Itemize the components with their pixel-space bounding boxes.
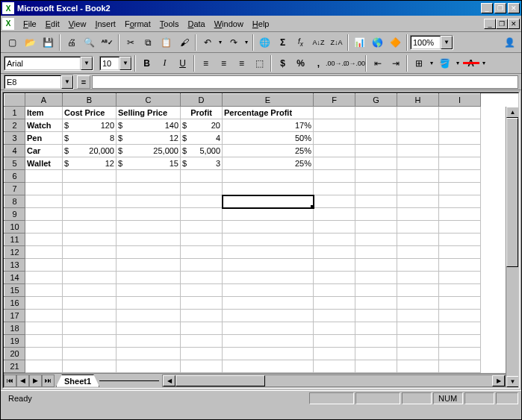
cell-C16[interactable] xyxy=(116,297,181,310)
chevron-down-icon[interactable]: ▼ xyxy=(81,57,93,70)
cell-E18[interactable] xyxy=(223,322,314,335)
cell-E1[interactable]: Percentage Profit xyxy=(223,107,314,119)
cell-F1[interactable] xyxy=(314,107,355,119)
open-button[interactable]: 📂 xyxy=(22,34,39,51)
comma-button[interactable]: , xyxy=(310,55,327,72)
cell-C14[interactable] xyxy=(116,272,181,284)
col-header-I[interactable]: I xyxy=(439,94,481,107)
cell-E16[interactable] xyxy=(223,297,314,310)
cell-F18[interactable] xyxy=(314,322,355,335)
cell-C6[interactable] xyxy=(116,170,181,183)
cell-E5[interactable]: 25% xyxy=(223,157,314,170)
italic-button[interactable]: I xyxy=(156,55,173,72)
cell-C21[interactable] xyxy=(116,360,181,373)
cell-D8[interactable] xyxy=(181,195,223,208)
equals-button[interactable]: = xyxy=(77,75,90,89)
fill-color-dropdown[interactable]: ▾ xyxy=(454,55,462,72)
excel-doc-icon[interactable]: X xyxy=(2,18,14,30)
cell-I14[interactable] xyxy=(439,272,481,284)
cell-B14[interactable] xyxy=(63,272,116,284)
cell-G19[interactable] xyxy=(355,335,397,348)
cell-I13[interactable] xyxy=(439,259,481,272)
cell-B19[interactable] xyxy=(63,335,116,348)
cell-G7[interactable] xyxy=(355,183,397,195)
font-color-dropdown[interactable]: ▾ xyxy=(480,55,488,72)
name-box[interactable]: E8 ▼ xyxy=(4,75,74,90)
col-header-F[interactable]: F xyxy=(314,94,355,107)
doc-restore-button[interactable]: ❐ xyxy=(496,19,508,29)
cell-H10[interactable] xyxy=(397,221,439,233)
help-assistant-button[interactable]: 👤 xyxy=(501,34,518,51)
font-combo[interactable]: Arial ▼ xyxy=(4,56,93,71)
new-button[interactable]: ▢ xyxy=(4,34,21,51)
cell-C5[interactable]: $15 xyxy=(116,157,181,170)
cell-A5[interactable]: Wallet xyxy=(25,157,63,170)
cell-B2[interactable]: $120 xyxy=(63,119,116,132)
cell-G11[interactable] xyxy=(355,233,397,246)
tab-first-button[interactable]: ⏮ xyxy=(4,374,16,387)
row-header-16[interactable]: 16 xyxy=(4,297,25,310)
cell-H8[interactable] xyxy=(397,195,439,208)
cell-C10[interactable] xyxy=(116,221,181,233)
row-header-12[interactable]: 12 xyxy=(4,246,25,259)
cell-F4[interactable] xyxy=(314,145,355,157)
cell-B3[interactable]: $8 xyxy=(63,132,116,145)
cell-I3[interactable] xyxy=(439,132,481,145)
cell-C1[interactable]: Selling Price xyxy=(116,107,181,119)
cell-I8[interactable] xyxy=(439,195,481,208)
menu-window[interactable]: Window xyxy=(210,18,248,30)
cell-G14[interactable] xyxy=(355,272,397,284)
cell-F13[interactable] xyxy=(314,259,355,272)
cell-A11[interactable] xyxy=(25,233,63,246)
horizontal-scrollbar[interactable]: ◀ ▶ xyxy=(162,374,506,387)
menu-tools[interactable]: Tools xyxy=(155,18,184,30)
cell-I2[interactable] xyxy=(439,119,481,132)
cell-E4[interactable]: 25% xyxy=(223,145,314,157)
print-button[interactable]: 🖨 xyxy=(63,34,80,51)
cell-I9[interactable] xyxy=(439,208,481,221)
cell-C3[interactable]: $12 xyxy=(116,132,181,145)
row-header-6[interactable]: 6 xyxy=(4,170,25,183)
cell-F8[interactable] xyxy=(314,195,355,208)
cell-A14[interactable] xyxy=(25,272,63,284)
cell-G15[interactable] xyxy=(355,284,397,297)
redo-button[interactable]: ↷ xyxy=(225,34,242,51)
cell-E3[interactable]: 50% xyxy=(223,132,314,145)
hyperlink-button[interactable]: 🌐 xyxy=(256,34,273,51)
function-button[interactable]: fx xyxy=(292,34,309,51)
cell-I16[interactable] xyxy=(439,297,481,310)
cell-D21[interactable] xyxy=(181,360,223,373)
col-header-E[interactable]: E xyxy=(223,94,314,107)
align-right-button[interactable]: ≡ xyxy=(233,55,250,72)
cell-E17[interactable] xyxy=(223,310,314,322)
col-header-H[interactable]: H xyxy=(397,94,439,107)
col-header-A[interactable]: A xyxy=(25,94,63,107)
row-header-11[interactable]: 11 xyxy=(4,233,25,246)
menu-format[interactable]: Format xyxy=(120,18,155,30)
cell-F11[interactable] xyxy=(314,233,355,246)
row-header-8[interactable]: 8 xyxy=(4,195,25,208)
cell-D13[interactable] xyxy=(181,259,223,272)
scroll-thumb[interactable] xyxy=(506,118,518,267)
cell-F16[interactable] xyxy=(314,297,355,310)
cell-B10[interactable] xyxy=(63,221,116,233)
font-size-combo[interactable]: 10 ▼ xyxy=(99,56,132,71)
zoom-combo[interactable]: 100% ▼ xyxy=(410,35,453,50)
select-all-corner[interactable] xyxy=(4,94,25,107)
cell-C2[interactable]: $140 xyxy=(116,119,181,132)
paste-button[interactable]: 📋 xyxy=(158,34,175,51)
map-button[interactable]: 🌎 xyxy=(369,34,386,51)
cell-F3[interactable] xyxy=(314,132,355,145)
chevron-down-icon[interactable]: ▼ xyxy=(119,57,131,70)
cell-A10[interactable] xyxy=(25,221,63,233)
cell-E20[interactable] xyxy=(223,348,314,360)
cell-A1[interactable]: Item xyxy=(25,107,63,119)
cell-A17[interactable] xyxy=(25,310,63,322)
cell-D20[interactable] xyxy=(181,348,223,360)
cell-I21[interactable] xyxy=(439,360,481,373)
cell-B17[interactable] xyxy=(63,310,116,322)
cell-A9[interactable] xyxy=(25,208,63,221)
menu-view[interactable]: View xyxy=(64,18,91,30)
cell-H17[interactable] xyxy=(397,310,439,322)
cell-B4[interactable]: $20,000 xyxy=(63,145,116,157)
